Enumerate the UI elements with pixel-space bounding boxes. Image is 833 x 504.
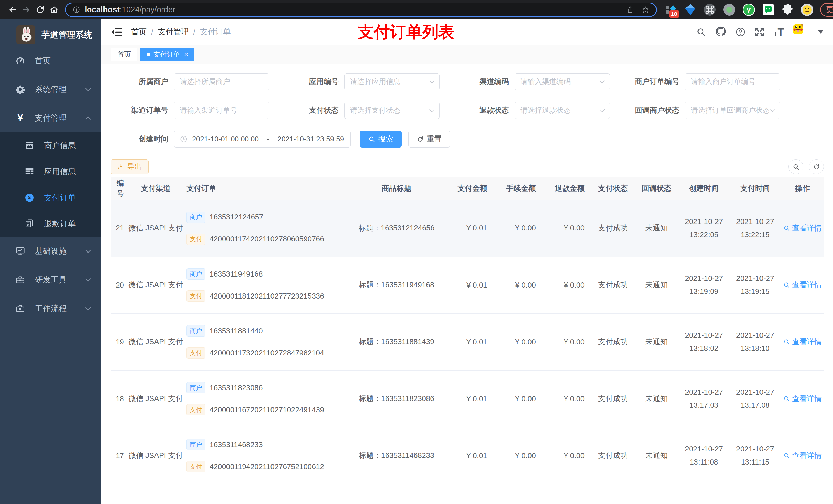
channel-order-no: 4200001167202110271022491439 bbox=[210, 406, 324, 414]
search-icon bbox=[783, 452, 790, 459]
browser-forward-button[interactable] bbox=[20, 3, 33, 17]
channel-order-no: 4200001181202110277723215336 bbox=[210, 292, 324, 301]
search-icon bbox=[792, 163, 800, 170]
avatar[interactable] bbox=[793, 24, 809, 40]
sidebar-item-merchant-info[interactable]: 商户信息 bbox=[0, 133, 101, 159]
help-icon[interactable] bbox=[736, 27, 745, 37]
col-callback-status: 回调状态 bbox=[635, 177, 678, 200]
channel-code-select[interactable]: 请输入渠道编码 bbox=[515, 73, 610, 90]
col-amount: 支付金额 bbox=[448, 177, 494, 200]
sidebar-item-workflow[interactable]: 工作流程 bbox=[0, 294, 101, 323]
extensions-puzzle-icon[interactable] bbox=[781, 3, 794, 16]
sidebar-item-pay[interactable]: ¥ 支付管理 bbox=[0, 104, 101, 133]
sidebar-item-dev-tools[interactable]: 研发工具 bbox=[0, 266, 101, 294]
chevron-down-icon bbox=[429, 78, 434, 83]
breadcrumb-home[interactable]: 首页 bbox=[131, 27, 146, 37]
font-size-icon[interactable]: TT bbox=[774, 27, 784, 37]
create-time-range-picker[interactable]: 2021-10-01 00:00:00 - 2021-10-31 23:59:5… bbox=[174, 130, 351, 147]
sidebar-item-infrastructure[interactable]: 基础设施 bbox=[0, 237, 101, 266]
sidebar-item-label: 应用信息 bbox=[44, 166, 76, 177]
merchant-order-no-input[interactable] bbox=[691, 78, 774, 86]
channel-order-no: 4200001174202110278060590766 bbox=[210, 235, 324, 243]
sidebar-item-app-info[interactable]: 应用信息 bbox=[0, 159, 101, 185]
merchant-order-no-field[interactable] bbox=[685, 73, 780, 90]
owner-merchant-field[interactable] bbox=[174, 73, 269, 90]
topbar: 首页 / 支付管理 / 支付订单 支付订单列表 TT bbox=[101, 19, 833, 45]
sidebar-item-label: 工作流程 bbox=[35, 303, 67, 314]
green-dot-extension-icon[interactable] bbox=[723, 3, 736, 16]
col-actions: 操作 bbox=[781, 177, 824, 200]
search-icon bbox=[783, 225, 790, 232]
yen-icon: ¥ bbox=[14, 113, 26, 124]
avatar-caret-icon[interactable] bbox=[818, 30, 823, 33]
devtools-extension-icon[interactable]: 10 bbox=[664, 3, 677, 16]
url-text: localhost:1024/pay/order bbox=[85, 5, 175, 14]
yen-circle-icon: ¥ bbox=[24, 193, 35, 202]
sketch-extension-icon[interactable] bbox=[684, 3, 697, 16]
refund-status-select[interactable]: 请选择退款状态 bbox=[515, 102, 610, 119]
browser-home-button[interactable] bbox=[47, 3, 61, 17]
view-detail-link[interactable]: 查看详情 bbox=[783, 280, 822, 290]
browser-back-button[interactable] bbox=[6, 3, 20, 17]
sidebar-item-pay-order[interactable]: ¥ 支付订单 bbox=[0, 185, 101, 211]
reset-button[interactable]: 重置 bbox=[408, 130, 450, 147]
col-order: 支付订单 bbox=[187, 177, 345, 200]
export-button[interactable]: 导出 bbox=[111, 159, 148, 174]
channel-order-no-input[interactable] bbox=[180, 106, 263, 115]
merchant-tag: 商户 bbox=[187, 325, 206, 337]
sidebar: 芋道管理系统 首页 系统管理 ¥ 支付管理 bbox=[0, 19, 101, 504]
merchant-tag: 商户 bbox=[187, 268, 206, 280]
github-icon[interactable] bbox=[715, 26, 727, 38]
browser-reload-button[interactable] bbox=[33, 3, 47, 17]
chat-extension-icon[interactable] bbox=[762, 3, 775, 16]
breadcrumb-pay[interactable]: 支付管理 bbox=[158, 27, 189, 37]
create-time-label: 创建时间 bbox=[111, 134, 168, 144]
table-row: 19 微信 JSAPI 支付 商户1635311881440 支付4200001… bbox=[111, 313, 824, 370]
tab-close-icon[interactable]: × bbox=[184, 50, 188, 58]
bookmark-star-icon[interactable] bbox=[642, 6, 649, 14]
callback-status-label: 回调商户状态 bbox=[622, 105, 679, 116]
search-icon[interactable] bbox=[696, 27, 706, 37]
page-content: 所属商户 应用编号 请选择应用信息 渠道编码 请输入渠道编码 bbox=[101, 64, 833, 504]
emoji-extension-icon[interactable] bbox=[801, 3, 813, 16]
chevron-down-icon bbox=[85, 305, 91, 311]
view-detail-link[interactable]: 查看详情 bbox=[783, 393, 822, 404]
refresh-table-button[interactable] bbox=[809, 159, 824, 174]
fullscreen-icon[interactable] bbox=[755, 27, 764, 37]
app-no-select[interactable]: 请选择应用信息 bbox=[344, 73, 439, 90]
sidebar-item-label: 退款订单 bbox=[44, 218, 76, 229]
search-icon bbox=[783, 339, 790, 345]
tab-label: 首页 bbox=[118, 50, 131, 59]
breadcrumb: 首页 / 支付管理 / 支付订单 bbox=[131, 27, 231, 37]
view-detail-link[interactable]: 查看详情 bbox=[783, 223, 822, 233]
pay-status-select[interactable]: 请选择支付状态 bbox=[344, 102, 439, 119]
chevron-up-icon bbox=[85, 116, 91, 122]
view-detail-link[interactable]: 查看详情 bbox=[783, 451, 822, 461]
sidebar-item-system[interactable]: 系统管理 bbox=[0, 75, 101, 104]
owner-merchant-input[interactable] bbox=[180, 78, 263, 86]
pay-tag: 支付 bbox=[187, 461, 206, 472]
merchant-order-no: 1635311949168 bbox=[210, 270, 263, 279]
tab-home[interactable]: 首页 bbox=[111, 48, 137, 61]
sidebar-item-refund-order[interactable]: 退款订单 bbox=[0, 211, 101, 237]
sidebar-item-home[interactable]: 首页 bbox=[0, 46, 101, 75]
site-info-icon[interactable] bbox=[72, 6, 80, 14]
merchant-order-no: 1635311823086 bbox=[210, 384, 263, 392]
command-extension-icon[interactable] bbox=[704, 3, 716, 16]
channel-order-no: 4200001173202110272847982104 bbox=[210, 349, 324, 357]
show-search-button[interactable] bbox=[788, 159, 803, 174]
browser-update-button[interactable]: 更新 ⋮ bbox=[820, 3, 833, 17]
refund-status-label: 退款状态 bbox=[451, 105, 509, 116]
pay-tag: 支付 bbox=[187, 347, 206, 359]
browser-address-bar[interactable]: localhost:1024/pay/order bbox=[65, 3, 657, 17]
callback-status-select[interactable]: 请选择订单回调商户状态 bbox=[685, 102, 780, 119]
tab-pay-order[interactable]: 支付订单 × bbox=[140, 48, 194, 61]
search-button[interactable]: 搜索 bbox=[360, 130, 402, 147]
col-id: 编号 bbox=[111, 177, 125, 200]
sidebar-collapse-icon[interactable] bbox=[111, 26, 122, 38]
filter-row-1: 所属商户 应用编号 请选择应用信息 渠道编码 请输入渠道编码 bbox=[111, 73, 824, 90]
y-extension-icon[interactable]: y bbox=[742, 3, 755, 16]
share-icon[interactable] bbox=[626, 6, 634, 14]
channel-order-no-field[interactable] bbox=[174, 102, 269, 119]
view-detail-link[interactable]: 查看详情 bbox=[783, 337, 822, 347]
